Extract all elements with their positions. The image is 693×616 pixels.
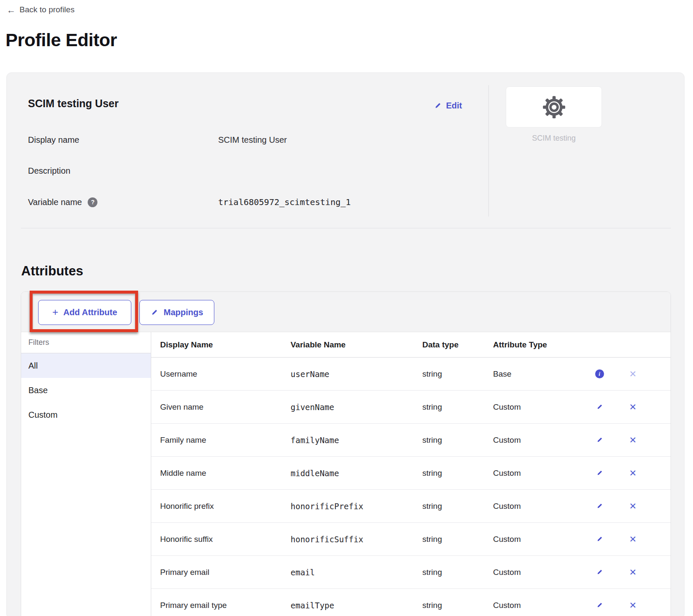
info-icon[interactable]: i (594, 369, 605, 380)
edit-attribute-pencil-icon[interactable] (594, 435, 605, 446)
mappings-button[interactable]: Mappings (139, 300, 214, 325)
cell-data-type: string (422, 369, 442, 379)
cell-display-name: Honorific suffix (160, 535, 213, 544)
edit-attribute-pencil-icon[interactable] (594, 567, 605, 578)
cell-display-name: Username (160, 369, 197, 379)
profile-field-value: trial6805972_scimtesting_1 (218, 197, 351, 207)
remove-attribute-icon[interactable]: ✕ (627, 435, 638, 446)
attribute-table-row: Middle name middleName string Custom ✕ (151, 457, 671, 490)
filters-heading: Filters (21, 332, 151, 353)
cell-variable-name: emailType (291, 601, 334, 610)
profile-field-row: Description (28, 165, 452, 176)
filter-item-custom[interactable]: Custom (21, 402, 151, 427)
pencil-icon (150, 308, 158, 316)
vertical-divider (488, 85, 489, 216)
table-header-row: Display Name Variable Name Data type Att… (151, 332, 671, 358)
x-icon: ✕ (629, 369, 637, 378)
pencil-icon (596, 569, 603, 576)
back-to-profiles-link[interactable]: ← Back to profiles (7, 5, 75, 14)
back-arrow-icon: ← (7, 6, 16, 14)
edit-attribute-pencil-icon[interactable] (594, 501, 605, 512)
cell-variable-name: email (291, 568, 315, 577)
cell-display-name: Family name (160, 436, 206, 445)
x-icon: ✕ (629, 568, 637, 577)
x-icon: ✕ (629, 402, 637, 411)
x-icon: ✕ (629, 535, 637, 544)
cell-attribute-type: Custom (493, 502, 521, 511)
edit-label: Edit (446, 101, 462, 111)
profile-field-value: SCIM testing User (218, 135, 287, 145)
page-title: Profile Editor (6, 30, 117, 50)
section-divider (21, 228, 671, 228)
plus-icon: + (52, 306, 58, 318)
edit-attribute-pencil-icon[interactable] (594, 600, 605, 611)
profile-field-label: Variable name ? (28, 197, 97, 207)
x-icon: ✕ (629, 601, 637, 610)
remove-attribute-icon[interactable]: ✕ (627, 567, 638, 578)
cell-attribute-type: Base (493, 369, 511, 379)
attribute-table-row: Honorific prefix honorificPrefix string … (151, 490, 671, 523)
x-icon: ✕ (629, 436, 637, 444)
remove-attribute-icon[interactable]: ✕ (627, 501, 638, 512)
remove-attribute-icon[interactable]: ✕ (627, 534, 638, 545)
cell-display-name: Honorific prefix (160, 502, 214, 511)
attribute-table-row: Primary email email string Custom ✕ (151, 556, 671, 589)
cell-data-type: string (422, 469, 442, 478)
cell-attribute-type: Custom (493, 568, 521, 577)
profile-field-row: Variable name ? trial6805972_scimtesting… (28, 197, 452, 208)
cell-variable-name: honorificSuffix (291, 535, 363, 544)
remove-attribute-icon[interactable]: ✕ (627, 402, 638, 413)
cell-attribute-type: Custom (493, 535, 521, 544)
filter-item-all[interactable]: All (21, 353, 151, 378)
cell-variable-name: middleName (291, 469, 339, 478)
attribute-table-row: Primary email type emailType string Cust… (151, 589, 671, 616)
cell-display-name: Given name (160, 402, 203, 412)
attributes-toolbar: + Add Attribute Mappings (21, 292, 671, 332)
pencil-icon (596, 469, 603, 477)
add-attribute-button[interactable]: + Add Attribute (38, 300, 131, 325)
back-link-label: Back to profiles (19, 5, 75, 14)
cell-data-type: string (422, 535, 442, 544)
cell-attribute-type: Custom (493, 402, 521, 412)
column-header-display-name: Display Name (160, 340, 213, 350)
profile-field-row: Display name SCIM testing User (28, 134, 452, 145)
attributes-panel: + Add Attribute Mappings Filters All Bas… (21, 291, 671, 616)
cell-variable-name: familyName (291, 436, 339, 445)
edit-profile-button[interactable]: Edit (434, 101, 462, 111)
filter-item-base[interactable]: Base (21, 378, 151, 402)
remove-attribute-icon[interactable]: ✕ (627, 468, 638, 479)
pencil-icon (596, 403, 603, 411)
column-header-variable-name: Variable Name (291, 340, 346, 350)
cell-data-type: string (422, 502, 442, 511)
pencil-icon (596, 436, 603, 444)
cell-data-type: string (422, 568, 442, 577)
column-header-data-type: Data type (422, 340, 459, 350)
gear-icon (541, 94, 567, 120)
attributes-table: Display Name Variable Name Data type Att… (151, 332, 671, 616)
profile-editor-card: SCIM testing User Edit (6, 72, 685, 616)
remove-attribute-icon[interactable]: ✕ (627, 600, 638, 611)
profile-field-label: Description (28, 166, 70, 176)
attributes-heading: Attributes (21, 264, 83, 279)
edit-attribute-pencil-icon[interactable] (594, 402, 605, 413)
app-logo-tile (506, 86, 602, 128)
column-header-attribute-type: Attribute Type (493, 340, 547, 350)
pencil-icon (596, 602, 603, 609)
edit-attribute-pencil-icon[interactable] (594, 468, 605, 479)
cell-attribute-type: Custom (493, 469, 521, 478)
x-icon: ✕ (629, 502, 637, 511)
cell-variable-name: userName (291, 369, 330, 379)
attribute-table-row: Given name givenName string Custom ✕ (151, 391, 671, 424)
pencil-icon (596, 502, 603, 510)
attribute-table-row: Family name familyName string Custom ✕ (151, 424, 671, 457)
filters-sidebar: Filters All Base Custom (21, 332, 151, 616)
cell-variable-name: honorificPrefix (291, 502, 363, 511)
remove-attribute-icon[interactable]: ✕ (627, 369, 638, 380)
cell-display-name: Middle name (160, 469, 206, 478)
cell-data-type: string (422, 601, 442, 610)
app-logo-caption: SCIM testing (506, 134, 602, 143)
attribute-table-row: Honorific suffix honorificSuffix string … (151, 523, 671, 556)
cell-variable-name: givenName (291, 402, 334, 412)
help-icon[interactable]: ? (88, 197, 97, 207)
edit-attribute-pencil-icon[interactable] (594, 534, 605, 545)
